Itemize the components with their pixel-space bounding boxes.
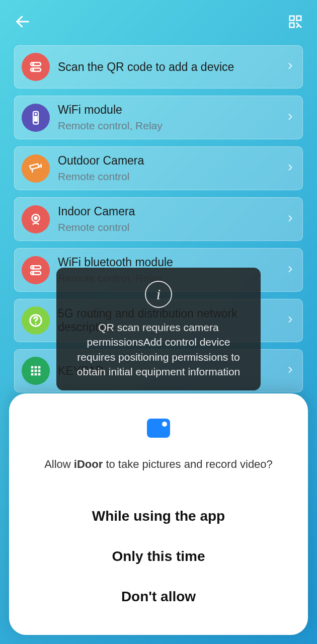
remote-icon <box>22 104 50 132</box>
chevron-right-icon <box>285 314 295 327</box>
keypad-icon <box>22 357 50 385</box>
device-option[interactable]: Scan the QR code to add a device <box>14 45 303 89</box>
permission-text: Allow iDoor to take pictures and record … <box>22 458 295 471</box>
svg-rect-27 <box>35 366 37 369</box>
item-title: WiFi bluetooth module <box>58 256 285 269</box>
svg-point-9 <box>33 69 34 70</box>
item-title: Indoor Camera <box>58 205 285 218</box>
svg-rect-13 <box>35 118 37 119</box>
device-option[interactable]: Indoor CameraRemote control <box>14 197 303 241</box>
svg-point-23 <box>33 272 34 273</box>
chevron-right-icon <box>285 163 295 175</box>
svg-rect-2 <box>297 16 301 21</box>
chevron-right-icon <box>285 61 295 73</box>
svg-rect-28 <box>38 366 41 369</box>
back-button[interactable] <box>14 13 31 32</box>
svg-point-25 <box>35 323 37 325</box>
device-option[interactable]: WiFi moduleRemote control, Relay <box>14 96 303 139</box>
qr-scan-button[interactable] <box>288 14 303 31</box>
svg-rect-31 <box>38 370 41 372</box>
outdoor-camera-icon <box>22 154 50 183</box>
device-option[interactable]: Outdoor CameraRemote control <box>14 146 303 190</box>
item-title: Scan the QR code to add a device <box>58 60 285 74</box>
info-toast: i QR scan requires camera permissionsAdd… <box>56 268 261 390</box>
permission-sheet: Allow iDoor to take pictures and record … <box>9 393 308 635</box>
camera-icon <box>147 419 170 438</box>
question-icon <box>22 306 50 335</box>
svg-rect-26 <box>31 366 34 369</box>
svg-rect-14 <box>35 120 37 121</box>
chevron-right-icon <box>285 365 295 377</box>
svg-point-8 <box>33 63 34 64</box>
svg-point-22 <box>33 267 34 268</box>
device-icon <box>22 53 50 81</box>
svg-point-11 <box>35 113 37 115</box>
info-icon: i <box>145 281 172 308</box>
svg-point-19 <box>35 217 37 219</box>
webcam-icon <box>22 205 50 233</box>
item-title: Outdoor Camera <box>58 154 285 168</box>
svg-rect-1 <box>290 16 294 21</box>
svg-rect-29 <box>31 370 34 372</box>
item-title: WiFi module <box>58 103 285 117</box>
toast-message: QR scan requires camera permissionsAdd c… <box>67 320 250 379</box>
chevron-right-icon <box>285 264 295 276</box>
perm-option-while-using[interactable]: While using the app <box>22 496 295 536</box>
svg-rect-33 <box>35 373 37 376</box>
item-subtitle: Remote control <box>58 221 285 233</box>
item-subtitle: Remote control, Relay <box>58 120 285 132</box>
svg-rect-3 <box>290 23 294 28</box>
svg-rect-34 <box>38 373 41 376</box>
perm-option-dont-allow[interactable]: Don't allow <box>22 577 295 617</box>
device-icon <box>22 256 50 284</box>
chevron-right-icon <box>285 213 295 225</box>
svg-rect-30 <box>35 370 37 372</box>
svg-rect-12 <box>35 116 37 117</box>
svg-line-5 <box>297 26 299 28</box>
perm-option-only-this-time[interactable]: Only this time <box>22 536 295 577</box>
chevron-right-icon <box>285 112 295 124</box>
item-subtitle: Remote control <box>58 171 285 183</box>
svg-rect-32 <box>31 373 34 376</box>
